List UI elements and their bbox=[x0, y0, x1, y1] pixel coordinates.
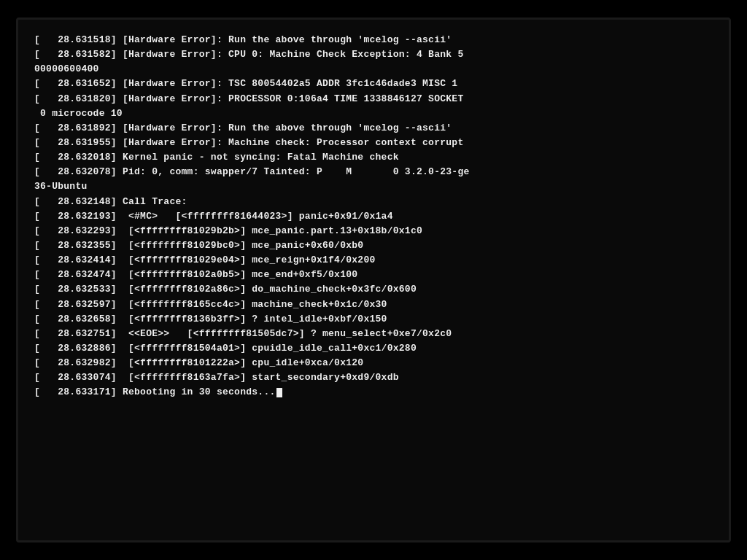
terminal-screen: [ 28.631518] [Hardware Error]: Run the a… bbox=[16, 18, 731, 542]
terminal-line: [ 28.631892] [Hardware Error]: Run the a… bbox=[34, 121, 713, 136]
terminal-line: [ 28.632148] Call Trace: bbox=[34, 195, 713, 209]
terminal-line: [ 28.632474] [<ffffffff8102a0b5>] mce_en… bbox=[34, 268, 713, 282]
terminal-line: [ 28.633171] Rebooting in 30 seconds... bbox=[34, 385, 713, 400]
terminal-line: [ 28.632658] [<ffffffff8136b3ff>] ? inte… bbox=[34, 312, 713, 327]
terminal-output: [ 28.631518] [Hardware Error]: Run the a… bbox=[34, 33, 713, 400]
terminal-cursor bbox=[276, 388, 282, 397]
terminal-line: 00000600400 bbox=[34, 62, 713, 77]
terminal-line: [ 28.632982] [<ffffffff8101222a>] cpu_id… bbox=[34, 356, 713, 370]
terminal-line: [ 28.631652] [Hardware Error]: TSC 80054… bbox=[34, 77, 713, 91]
terminal-line: [ 28.632597] [<ffffffff8165cc4c>] machin… bbox=[34, 298, 713, 312]
terminal-line: [ 28.631955] [Hardware Error]: Machine c… bbox=[34, 136, 713, 150]
terminal-line: [ 28.632355] [<ffffffff81029bc0>] mce_pa… bbox=[34, 238, 713, 253]
terminal-line: [ 28.631820] [Hardware Error]: PROCESSOR… bbox=[34, 92, 713, 106]
terminal-line: [ 28.631518] [Hardware Error]: Run the a… bbox=[34, 33, 713, 47]
terminal-line: [ 28.632018] Kernel panic - not syncing:… bbox=[34, 150, 713, 165]
terminal-line: 36-Ubuntu bbox=[34, 179, 713, 194]
terminal-line: [ 28.632533] [<ffffffff8102a86c>] do_mac… bbox=[34, 282, 713, 297]
terminal-line: [ 28.632751] <<EOE>> [<ffffffff81505dc7>… bbox=[34, 327, 713, 341]
terminal-line: [ 28.632078] Pid: 0, comm: swapper/7 Tai… bbox=[34, 165, 713, 179]
terminal-line: [ 28.632414] [<ffffffff81029e04>] mce_re… bbox=[34, 253, 713, 268]
terminal-line: [ 28.633074] [<ffffffff8163a7fa>] start_… bbox=[34, 370, 713, 385]
terminal-line: [ 28.632293] [<ffffffff81029b2b>] mce_pa… bbox=[34, 224, 713, 238]
terminal-line: 0 microcode 10 bbox=[34, 106, 713, 121]
terminal-line: [ 28.632886] [<ffffffff81504a01>] cpuidl… bbox=[34, 341, 713, 356]
terminal-line: [ 28.632193] <#MC> [<ffffffff81644023>] … bbox=[34, 209, 713, 224]
terminal-line: [ 28.631582] [Hardware Error]: CPU 0: Ma… bbox=[34, 47, 713, 62]
